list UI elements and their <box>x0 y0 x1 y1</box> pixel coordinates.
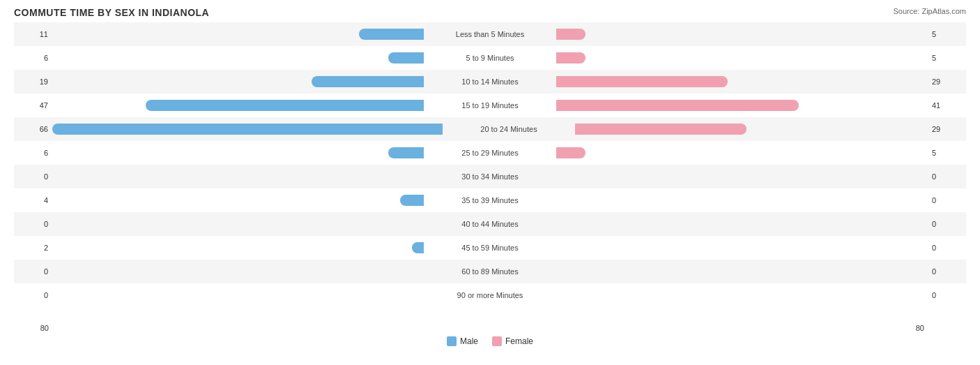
table-row: 090 or more Minutes0 <box>14 283 966 307</box>
female-value: 29 <box>928 125 966 133</box>
category-label: 35 to 39 Minutes <box>424 196 556 204</box>
category-label: 40 to 44 Minutes <box>424 220 556 228</box>
female-value: 0 <box>928 267 966 276</box>
female-value: 0 <box>928 172 966 181</box>
category-label: 10 to 14 Minutes <box>424 77 556 86</box>
female-bar <box>575 124 747 135</box>
source-label: Source: ZipAtlas.com <box>893 7 966 15</box>
table-row: 435 to 39 Minutes0 <box>14 188 966 212</box>
category-label: 45 to 59 Minutes <box>424 244 556 252</box>
male-value: 4 <box>14 196 52 204</box>
table-row: 4715 to 19 Minutes41 <box>14 94 966 117</box>
legend-female-box <box>492 336 502 346</box>
male-bar <box>359 29 424 40</box>
female-value: 0 <box>928 291 966 299</box>
female-value: 0 <box>928 220 966 228</box>
male-value: 66 <box>14 125 52 133</box>
chart-container: COMMUTE TIME BY SEX IN INDIANOLA Source:… <box>0 0 980 365</box>
female-value: 41 <box>928 101 966 110</box>
female-value: 29 <box>928 77 966 86</box>
category-label: 25 to 29 Minutes <box>424 149 556 157</box>
male-value: 47 <box>14 101 52 110</box>
female-bar <box>556 100 799 111</box>
table-row: 060 to 89 Minutes0 <box>14 260 966 283</box>
female-bar <box>556 76 728 87</box>
male-bar <box>388 52 424 64</box>
legend-female-label: Female <box>505 336 533 346</box>
legend: Male Female <box>14 336 966 346</box>
category-label: 20 to 24 Minutes <box>443 125 575 133</box>
male-value: 0 <box>14 220 52 228</box>
male-value: 6 <box>14 149 52 157</box>
axis-left-label: 80 <box>14 324 52 332</box>
female-value: 0 <box>928 196 966 204</box>
table-row: 65 to 9 Minutes5 <box>14 46 966 70</box>
category-label: 60 to 89 Minutes <box>424 267 556 276</box>
legend-male: Male <box>447 336 478 346</box>
chart-title: COMMUTE TIME BY SEX IN INDIANOLA <box>14 7 966 18</box>
table-row: 030 to 34 Minutes0 <box>14 165 966 188</box>
table-row: 625 to 29 Minutes5 <box>14 141 966 165</box>
male-bar <box>146 100 424 111</box>
female-value: 0 <box>928 244 966 252</box>
table-row: 11Less than 5 Minutes5 <box>14 22 966 46</box>
male-value: 2 <box>14 244 52 252</box>
male-bar <box>312 76 424 87</box>
male-value: 0 <box>14 267 52 276</box>
axis-right-label: 80 <box>916 324 928 332</box>
table-row: 6620 to 24 Minutes29 <box>14 117 966 141</box>
female-bar <box>556 52 585 64</box>
category-label: 15 to 19 Minutes <box>424 101 556 110</box>
female-value: 5 <box>928 54 966 62</box>
male-value: 11 <box>14 30 52 38</box>
female-value: 5 <box>928 149 966 157</box>
table-row: 245 to 59 Minutes0 <box>14 236 966 260</box>
category-label: Less than 5 Minutes <box>424 30 556 38</box>
legend-female: Female <box>492 336 533 346</box>
female-bar <box>556 29 585 40</box>
category-label: 30 to 34 Minutes <box>424 172 556 181</box>
male-bar <box>400 195 424 206</box>
male-bar <box>52 124 443 135</box>
male-value: 0 <box>14 172 52 181</box>
male-bar <box>412 242 424 253</box>
male-bar <box>388 147 424 158</box>
legend-male-label: Male <box>460 336 478 346</box>
category-label: 5 to 9 Minutes <box>424 54 556 62</box>
category-label: 90 or more Minutes <box>424 291 556 299</box>
male-value: 19 <box>14 77 52 86</box>
female-value: 5 <box>928 30 966 38</box>
female-bar <box>556 147 585 158</box>
chart-area: 11Less than 5 Minutes565 to 9 Minutes519… <box>14 22 966 322</box>
table-row: 1910 to 14 Minutes29 <box>14 70 966 94</box>
legend-male-box <box>447 336 457 346</box>
male-value: 0 <box>14 291 52 299</box>
male-value: 6 <box>14 54 52 62</box>
table-row: 040 to 44 Minutes0 <box>14 212 966 236</box>
